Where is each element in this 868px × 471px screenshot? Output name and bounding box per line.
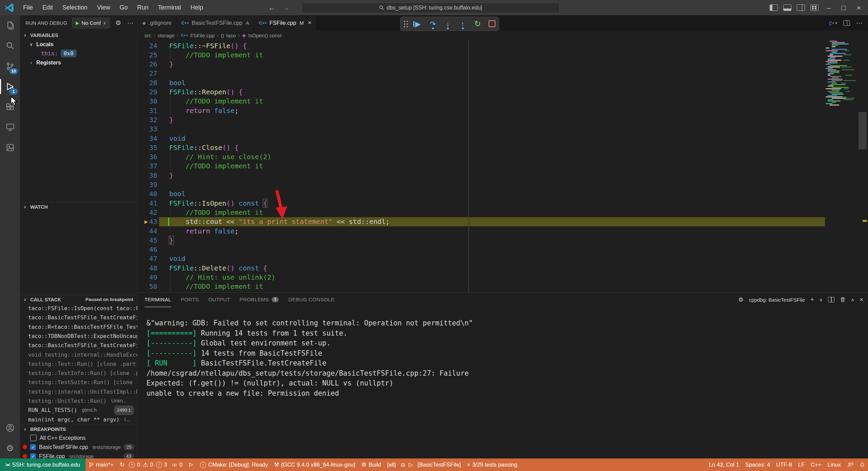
- close-window-button[interactable]: ×: [852, 4, 865, 12]
- code-editor[interactable]: 24FSFile::~FSFile() {25 //TODO implement…: [138, 40, 868, 292]
- status-item[interactable]: [856, 458, 868, 471]
- panel-tab-ports[interactable]: PORTS: [181, 293, 199, 307]
- debug-session-label[interactable]: cppdbg: BasicTestFSFile: [749, 297, 805, 303]
- call-stack-frame[interactable]: void testing::internal::HandleExcep: [20, 350, 137, 359]
- maximize-button[interactable]: □: [837, 4, 850, 12]
- status-item-utf-8[interactable]: UTF-8: [773, 458, 795, 471]
- sidebar-item-extensions[interactable]: [0, 97, 20, 117]
- breadcrumb-item[interactable]: IsOpen() const: [248, 33, 281, 38]
- menu-item-go[interactable]: Go: [116, 3, 132, 13]
- sidebar-item-remote-explorer[interactable]: [0, 117, 20, 137]
- step-into-button[interactable]: ↓: [444, 20, 452, 27]
- breakpoints-section-header[interactable]: ∨ BREAKPOINTS: [20, 424, 137, 434]
- breadcrumb-item[interactable]: src: [144, 33, 151, 38]
- tab-.gitignore[interactable]: ◆.gitignore: [138, 15, 177, 31]
- split-editor-icon[interactable]: [844, 20, 850, 26]
- breakpoint-item[interactable]: ✓FSFile.cppsrc/storage43: [20, 452, 137, 458]
- panel-tab-problems[interactable]: PROBLEMS3: [240, 293, 279, 307]
- status-item-0[interactable]: 0: [169, 458, 185, 471]
- status-item[interactable]: [185, 458, 197, 471]
- status-item-3[interactable]: i3: [155, 458, 169, 471]
- status-item[interactable]: [844, 458, 856, 471]
- breakpoint-checkbox[interactable]: ✓: [30, 453, 36, 458]
- editor-scrollbar[interactable]: [857, 40, 868, 292]
- breakpoint-item[interactable]: All C++ Exceptions: [20, 433, 137, 442]
- debug-config-dropdown[interactable]: ▶ No Conf ∨: [72, 18, 110, 29]
- breakpoint-checkbox[interactable]: [30, 435, 37, 441]
- status-item-build[interactable]: ⚙Build: [358, 458, 384, 471]
- call-stack-frame[interactable]: testing::UnitTest::Run()Unkn...: [20, 396, 137, 406]
- menu-item-run[interactable]: Run: [133, 3, 153, 13]
- call-stack-frame[interactable]: testing::TestInfo::Run() [clone .pa: [20, 369, 137, 378]
- menu-item-help[interactable]: Help: [186, 3, 207, 13]
- call-stack-frame[interactable]: testing::internal::UnitTestImpl::Ru: [20, 387, 137, 396]
- menu-item-edit[interactable]: Edit: [38, 3, 57, 13]
- status-item-linux[interactable]: Linux: [825, 458, 844, 471]
- status-item--all-[interactable]: [all]: [384, 458, 399, 471]
- debug-settings-gear-icon[interactable]: ⚙: [115, 19, 121, 27]
- menu-item-selection[interactable]: Selection: [58, 3, 92, 13]
- minimap[interactable]: [826, 40, 856, 292]
- menu-item-terminal[interactable]: Terminal: [154, 3, 185, 13]
- sidebar-item-search[interactable]: [0, 36, 20, 56]
- breadcrumb-item[interactable]: storage: [158, 33, 175, 38]
- terminal-output[interactable]: &"warning: GDB: Failed to set controllin…: [146, 307, 861, 458]
- chevron-up-icon[interactable]: ∧: [851, 297, 854, 302]
- status-item--basictestfsfile-[interactable]: [BasicTestFSFile]: [415, 458, 464, 471]
- call-stack-frame[interactable]: taco::BasicTestFSFile_TestCreateFil: [20, 341, 137, 350]
- command-center-search[interactable]: dbs_setup [SSH: turing.cse.buffalo.edu]: [301, 2, 560, 13]
- new-terminal-icon[interactable]: +: [810, 296, 814, 303]
- toggle-secondary-sidebar-icon[interactable]: [797, 4, 805, 11]
- call-stack-frame[interactable]: taco::BasicTestFSFile_TestCreateFil: [20, 313, 137, 322]
- tab-FSFile.cpp[interactable]: C++FSFile.cppM×: [254, 15, 317, 31]
- remote-indicator[interactable]: >< SSH: turing.cse.buffalo.edu: [0, 458, 85, 471]
- toggle-panel-icon[interactable]: [783, 4, 791, 11]
- minimize-button[interactable]: –: [822, 4, 835, 12]
- status-item-cmake-debug-ready[interactable]: iCMake: [Debug]: Ready: [197, 458, 271, 471]
- registers-group[interactable]: › Registers: [20, 58, 137, 67]
- breadcrumb-item[interactable]: FSFile.cpp: [190, 33, 215, 38]
- status-item-0[interactable]: ⚠0: [141, 458, 154, 471]
- breadcrumb-item[interactable]: taco: [226, 33, 236, 38]
- panel-tab-output[interactable]: OUTPUT: [208, 293, 230, 307]
- start-debug-icon[interactable]: ▶: [76, 20, 79, 25]
- variable-this[interactable]: this: 0x0: [20, 49, 137, 58]
- variable-value[interactable]: 0x0: [61, 50, 77, 57]
- status-item[interactable]: ▷: [407, 458, 414, 471]
- status-item-3-29-tests-passing[interactable]: ×3/29 tests passing: [464, 458, 520, 471]
- status-item-c-[interactable]: C++: [808, 458, 824, 471]
- call-stack-section-header[interactable]: ∨ CALL STACK Paused on breakpoint: [20, 295, 137, 304]
- call-stack-frame[interactable]: taco::FSFile::IsOpen(const taco::FSFil: [20, 304, 137, 313]
- status-item-ln-43-col-1[interactable]: Ln 43, Col 1: [706, 458, 742, 471]
- panel-tab-terminal[interactable]: TERMINAL: [144, 293, 171, 307]
- sidebar-item-run-debug[interactable]: 1: [0, 76, 20, 97]
- settings-button[interactable]: ⚙: [0, 438, 20, 458]
- toggle-sidebar-icon[interactable]: [770, 4, 778, 11]
- call-stack-frame[interactable]: testing::Test::Run() [clone .part.0: [20, 359, 137, 369]
- sidebar-item-testing[interactable]: [0, 137, 20, 158]
- watch-section-header[interactable]: ∨ WATCH: [20, 202, 137, 211]
- variables-section-header[interactable]: ∨ VARIABLES: [20, 31, 137, 40]
- status-item-lf[interactable]: LF: [795, 458, 808, 471]
- status-item-0[interactable]: ×0: [127, 458, 141, 471]
- chevron-down-icon[interactable]: ∨: [819, 297, 823, 302]
- status-item--gcc-9-4-0-x86-64-linux-gnu-[interactable]: ⚒[GCC 9.4.0 x86_64-linux-gnu]: [271, 458, 358, 471]
- status-item[interactable]: [399, 458, 407, 471]
- stop-button[interactable]: [489, 20, 495, 27]
- tab-BasicTestFSFile.cpp[interactable]: C++BasicTestFSFile.cppA: [177, 15, 254, 31]
- split-terminal-icon[interactable]: [828, 297, 834, 302]
- step-over-button[interactable]: ↷: [429, 20, 437, 27]
- status-item-spaces-4[interactable]: Spaces: 4: [742, 458, 773, 471]
- close-tab-icon[interactable]: ×: [308, 19, 312, 26]
- trash-icon[interactable]: [840, 297, 846, 303]
- more-actions-icon[interactable]: ⋯: [856, 19, 863, 27]
- call-stack-frame[interactable]: RUN_ALL_TESTS()gtest.h2490:1: [20, 406, 137, 415]
- nav-back-icon[interactable]: ←: [268, 3, 276, 12]
- call-stack-frame[interactable]: main(int argc, char ** argv)t...: [20, 415, 137, 424]
- nav-forward-icon[interactable]: →: [282, 3, 290, 12]
- restart-button[interactable]: ↻: [474, 20, 482, 28]
- call-stack-frame[interactable]: taco::TDBNonDBTest::ExpectNoUncaugh: [20, 332, 137, 341]
- locals-group[interactable]: ∨ Locals: [20, 40, 137, 49]
- continue-button[interactable]: ▶: [414, 20, 422, 27]
- menu-item-file[interactable]: File: [19, 3, 37, 13]
